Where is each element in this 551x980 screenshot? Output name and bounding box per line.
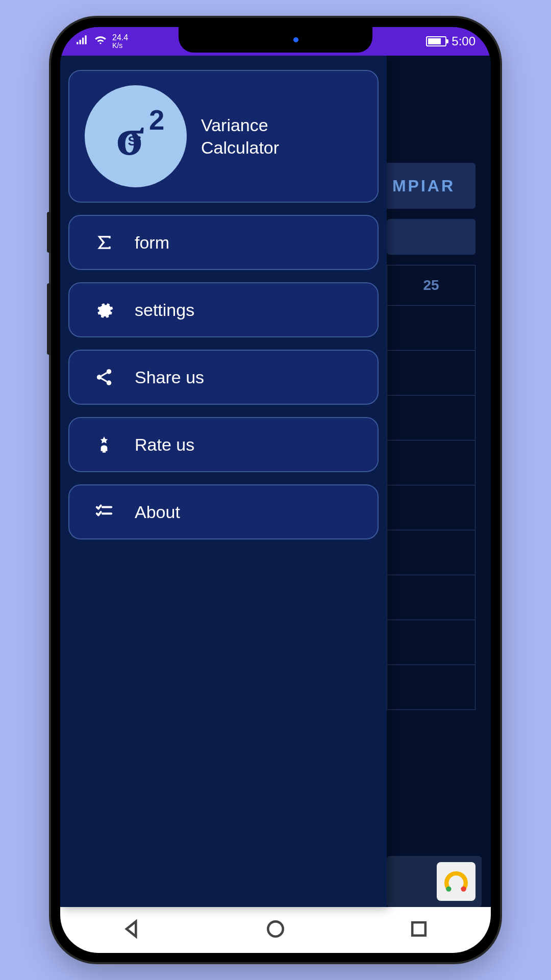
gear-icon	[94, 300, 114, 320]
menu-item-form[interactable]: form	[68, 215, 379, 270]
svg-point-5	[107, 369, 112, 374]
table-row	[387, 620, 475, 665]
table-row	[387, 530, 475, 575]
limpiar-button[interactable]: MPIAR	[372, 163, 475, 209]
share-icon	[94, 367, 114, 387]
admob-icon	[437, 862, 475, 901]
navigation-drawer: σ S² 2 Variance Calculator form	[60, 56, 387, 907]
menu-item-settings[interactable]: settings	[68, 282, 379, 337]
battery-icon	[426, 36, 446, 46]
menu-label: About	[135, 502, 180, 522]
wifi-icon	[94, 33, 107, 50]
sigma-icon	[94, 232, 114, 253]
limpiar-label: MPIAR	[392, 177, 455, 195]
android-nav-bar	[60, 907, 491, 953]
app-logo: σ S² 2	[85, 85, 187, 187]
table-row	[387, 665, 475, 710]
menu-item-rate[interactable]: Rate us	[68, 417, 379, 472]
table-row	[387, 440, 475, 485]
back-button[interactable]	[121, 918, 143, 942]
background-table: 25	[387, 265, 475, 779]
speed-value: 24.4	[112, 33, 128, 42]
background-input-bar	[387, 219, 475, 255]
clock: 5:00	[452, 34, 475, 48]
notch	[179, 27, 372, 53]
svg-point-8	[268, 921, 283, 936]
svg-point-7	[107, 380, 112, 385]
table-row	[387, 396, 475, 440]
table-row	[387, 575, 475, 620]
svg-point-1	[461, 886, 466, 891]
speed-unit: K/s	[112, 42, 128, 49]
menu-label: Share us	[135, 368, 204, 387]
svg-rect-9	[412, 922, 425, 936]
signal-icon	[76, 33, 89, 50]
network-speed: 24.4 K/s	[112, 34, 128, 49]
menu-label: form	[135, 233, 169, 253]
home-button[interactable]	[264, 918, 287, 942]
table-row	[387, 351, 475, 396]
star-person-icon	[94, 434, 114, 455]
ad-banner[interactable]	[387, 856, 482, 907]
app-title: Variance Calculator	[201, 114, 279, 159]
device-frame: 24.4 K/s 5:00 MPIAR 25	[51, 18, 500, 962]
app-container: MPIAR 25	[60, 56, 491, 953]
svg-point-0	[446, 886, 451, 891]
menu-label: Rate us	[135, 435, 194, 455]
menu-item-about[interactable]: About	[68, 484, 379, 540]
svg-text:S²: S²	[128, 133, 141, 149]
menu-item-share[interactable]: Share us	[68, 350, 379, 405]
svg-text:2: 2	[149, 105, 164, 136]
recent-apps-button[interactable]	[408, 918, 430, 942]
table-header-cell: 25	[387, 265, 475, 306]
checklist-icon	[94, 502, 114, 522]
table-row	[387, 485, 475, 530]
screen: 24.4 K/s 5:00 MPIAR 25	[60, 27, 491, 953]
drawer-header: σ S² 2 Variance Calculator	[68, 70, 379, 203]
table-row	[387, 306, 475, 351]
menu-label: settings	[135, 300, 194, 320]
svg-point-6	[97, 375, 102, 380]
